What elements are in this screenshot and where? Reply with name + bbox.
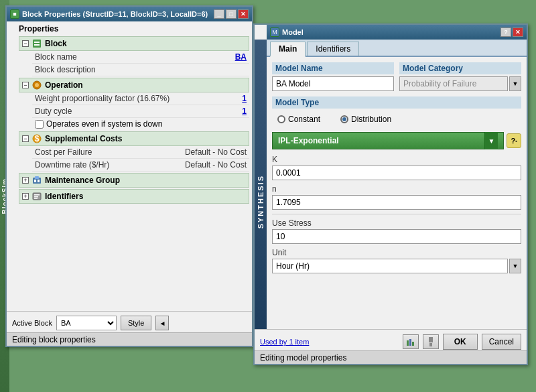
model-name-label: Model Name <box>272 62 394 74</box>
param-n-input[interactable] <box>272 195 521 210</box>
maximize-button[interactable]: □ <box>226 9 237 19</box>
chart-icon-button[interactable] <box>403 334 419 349</box>
active-block-bar: Active Block BA Style ◄ <box>7 312 252 334</box>
ok-button[interactable]: OK <box>443 334 478 350</box>
maint-group-expand[interactable]: + <box>22 177 29 184</box>
active-block-label: Active Block <box>12 319 52 327</box>
operates-label: Operates even if system is down <box>46 119 162 129</box>
param-k-input[interactable] <box>272 166 521 180</box>
model-name-input[interactable] <box>272 76 394 91</box>
chart-icon <box>406 338 415 346</box>
block-name-label: Block name <box>35 52 235 62</box>
svg-rect-2 <box>34 44 40 46</box>
block-section: − Block Block name BA Block description <box>19 36 249 76</box>
unit-dropdown[interactable]: ▼ <box>509 259 521 273</box>
model-category-group: Model Category ▼ <box>399 62 521 91</box>
cost-per-failure-label: Cost per Failure <box>35 147 185 157</box>
distribution-select[interactable]: IPL-Exponential ▼ <box>272 132 504 149</box>
model-tab-bar: Main Identifiers <box>267 40 527 57</box>
operates-checkbox[interactable] <box>35 120 44 129</box>
constant-label: Constant <box>288 115 320 124</box>
constant-radio-item[interactable]: Constant <box>277 115 320 124</box>
cost-per-failure-value: Default - No Cost <box>185 147 247 157</box>
svg-text:$: $ <box>35 134 40 143</box>
use-stress-label: Use Stress <box>272 218 521 228</box>
model-category-label: Model Category <box>399 62 521 74</box>
identifiers-section: + Identifiers <box>19 189 249 204</box>
used-by-link[interactable]: Used by 1 item <box>260 338 399 346</box>
tab-main[interactable]: Main <box>270 42 306 57</box>
distribution-label: Distribution <box>351 115 391 124</box>
use-stress-input[interactable] <box>272 229 521 244</box>
operation-rows: Weight proportionality factor (16.67%) 1… <box>19 92 249 130</box>
model-titlebar: M Model ? ✕ <box>267 25 527 40</box>
block-section-icon <box>31 38 42 49</box>
properties-header: Properties <box>19 24 249 34</box>
model-type-label: Model Type <box>272 96 521 109</box>
distribution-arrow[interactable]: ▼ <box>484 132 498 149</box>
block-expand-icon[interactable]: − <box>22 40 29 47</box>
cancel-button[interactable]: Cancel <box>482 334 521 350</box>
active-block-select[interactable]: BA <box>56 316 117 330</box>
block-section-header[interactable]: − Block <box>19 36 249 51</box>
weight-label: Weight proportionality factor (16.67%) <box>35 94 242 103</box>
unit-label: Unit <box>272 248 521 257</box>
svg-rect-14 <box>34 198 38 199</box>
model-category-input[interactable] <box>399 76 508 91</box>
duty-cycle-value[interactable]: 1 <box>242 107 247 116</box>
identifiers-label: Identifiers <box>45 192 83 201</box>
maintenance-group-section: + Maintenance Group <box>19 173 249 188</box>
suppl-costs-expand[interactable]: − <box>22 135 29 142</box>
model-close-button[interactable]: ✕ <box>513 27 523 37</box>
block-name-value[interactable]: BA <box>235 52 247 62</box>
block-desc-label: Block description <box>35 65 247 74</box>
model-controls: ? ✕ <box>500 27 523 37</box>
maint-group-header[interactable]: + Maintenance Group <box>19 173 249 188</box>
use-stress-section: Use Stress <box>272 218 521 244</box>
svg-rect-17 <box>412 342 414 346</box>
operation-section: − Operation Weight proportionality facto… <box>19 78 249 130</box>
info-icon-button[interactable] <box>423 334 439 349</box>
param-n-label: n <box>272 184 521 194</box>
distribution-selector: IPL-Exponential ▼ ?▪ <box>272 132 521 149</box>
style-button[interactable]: Style <box>121 316 151 330</box>
distribution-help-icon[interactable]: ?▪ <box>507 133 521 148</box>
model-help-button[interactable]: ? <box>500 27 511 37</box>
minimize-button[interactable]: _ <box>214 9 224 19</box>
duty-cycle-row: Duty cycle 1 <box>32 105 249 118</box>
block-properties-window: ■ Block Properties (StructID=11, BlockID… <box>5 5 253 347</box>
distribution-radio[interactable] <box>340 115 348 123</box>
svg-rect-9 <box>34 180 36 182</box>
downtime-rate-label: Downtime rate ($/Hr) <box>35 160 185 170</box>
model-status-text: Editing model properties <box>260 353 346 363</box>
identifiers-header[interactable]: + Identifiers <box>19 189 249 204</box>
block-props-controls: _ □ ✕ <box>214 9 249 19</box>
weight-value[interactable]: 1 <box>242 94 247 103</box>
svg-rect-18 <box>429 337 433 342</box>
svg-rect-0 <box>33 40 41 48</box>
distribution-value: IPL-Exponential <box>278 136 339 145</box>
svg-rect-16 <box>409 339 411 346</box>
operation-section-icon <box>31 80 42 90</box>
identifiers-icon <box>31 191 42 202</box>
model-type-section: Model Type Constant Distribution <box>272 96 521 127</box>
constant-radio[interactable] <box>277 115 285 123</box>
distribution-radio-item[interactable]: Distribution <box>340 115 391 124</box>
close-button[interactable]: ✕ <box>238 9 249 19</box>
model-title-icon: M <box>270 27 279 37</box>
operation-section-header[interactable]: − Operation <box>19 78 249 92</box>
synthesis-banner: SYNTHESIS <box>255 40 267 364</box>
svg-rect-1 <box>34 42 40 43</box>
model-category-dropdown[interactable]: ▼ <box>509 76 521 91</box>
arrow-button[interactable]: ◄ <box>155 316 169 330</box>
svg-rect-13 <box>34 196 38 198</box>
svg-rect-10 <box>38 180 40 182</box>
operation-expand-icon[interactable]: − <box>22 82 29 88</box>
identifiers-expand[interactable]: + <box>22 193 29 200</box>
model-type-radio-group: Constant Distribution <box>272 112 521 127</box>
suppl-costs-header[interactable]: − $ Supplemental Costs <box>19 131 249 146</box>
block-name-row: Block name BA <box>32 51 249 64</box>
tab-identifiers[interactable]: Identifiers <box>307 42 359 56</box>
unit-input[interactable] <box>272 259 508 273</box>
synthesis-text: SYNTHESIS <box>257 175 265 228</box>
